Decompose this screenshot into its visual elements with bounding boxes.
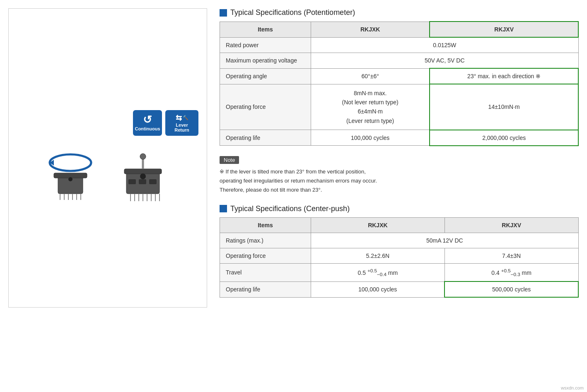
value-angle-rkjxv: 23° max. in each direction ※ [430, 68, 578, 84]
value-angle-rkjxk: 60°±6° [311, 68, 430, 84]
value-travel-rkjxk: 0.5 +0.5−0.4 mm [311, 263, 445, 281]
value-life-rkjxv-cp: 500,000 cycles [444, 281, 578, 297]
value-force-rkjxv-cp: 7.4±3N [444, 248, 578, 263]
table-row: Operating life 100,000 cycles 2,000,000 … [220, 130, 579, 146]
table-row: Operating force 8mN·m max. (Not lever re… [220, 84, 579, 130]
product-image-secondary [116, 148, 174, 206]
note-section: Note ※ If the lever is tilted more than … [220, 156, 579, 195]
item-max-voltage: Maximum operating voltage [220, 53, 311, 69]
badge-lever-return: ⇆ 🔨 Lever Return [165, 110, 198, 136]
item-op-force-cp: Operating force [220, 248, 311, 263]
section-square-icon [220, 9, 227, 17]
table-row: Operating force 5.2±2.6N 7.4±3N [220, 248, 579, 263]
section-square-icon-2 [220, 205, 227, 212]
svg-point-14 [140, 154, 146, 159]
item-rated-power: Rated power [220, 37, 311, 53]
value-max-voltage: 50V AC, 5V DC [311, 53, 579, 69]
col-header-rkjxv: RKJXV [430, 22, 578, 37]
value-rated-power: 0.0125W [311, 37, 579, 53]
col-header-rkjxk: RKJXK [311, 22, 430, 37]
potentiometer-table: Items RKJXK RKJXV Rated power 0.0125W Ma… [220, 21, 579, 146]
value-life-rkjxk-cp: 100,000 cycles [311, 281, 445, 297]
value-ratings: 50mA 12V DC [311, 233, 579, 248]
table-row: Rated power 0.0125W [220, 37, 579, 53]
item-operating-life-pot: Operating life [220, 130, 311, 146]
badge-continuous: ↺ Continuous [133, 110, 162, 136]
product-image-main [41, 148, 108, 206]
value-force-rkjxk-cp: 5.2±2.6N [311, 248, 445, 263]
value-force-rkjxv: 14±10mN·m [430, 84, 578, 130]
item-ratings: Ratings (max.) [220, 233, 311, 248]
table-row: Operating life 100,000 cycles 500,000 cy… [220, 281, 579, 297]
table-row: Maximum operating voltage 50V AC, 5V DC [220, 53, 579, 69]
table-row: Operating angle 60°±6° 23° max. in each … [220, 68, 579, 84]
badge-lever-label: Lever Return [169, 123, 194, 132]
note-text: ※ If the lever is tilted more than 23° f… [220, 167, 579, 195]
potentiometer-section-title: Typical Specifications (Potentiometer) [220, 8, 579, 17]
col-header-rkjxk-cp: RKJXK [311, 217, 445, 233]
svg-point-15 [140, 173, 146, 179]
svg-rect-18 [149, 179, 157, 184]
center-push-table: Items RKJXK RKJXV Ratings (max.) 50mA 12… [220, 217, 579, 298]
center-push-title-text: Typical Specifications (Center-push) [230, 204, 350, 213]
svg-rect-16 [128, 179, 136, 184]
item-operating-life-cp: Operating life [220, 281, 311, 297]
col-header-items-cp: Items [220, 217, 311, 233]
svg-rect-17 [139, 179, 146, 184]
badge-continuous-label: Continuous [135, 126, 160, 131]
item-operating-angle: Operating angle [220, 68, 311, 84]
value-life-rkjxv-pot: 2,000,000 cycles [430, 130, 578, 146]
right-panel: Typical Specifications (Potentiometer) I… [220, 8, 579, 308]
svg-point-0 [50, 154, 91, 171]
value-life-rkjxk-pot: 100,000 cycles [311, 130, 430, 146]
note-label: Note [220, 156, 239, 164]
col-header-items: Items [220, 22, 311, 37]
product-panel: ↺ Continuous ⇆ 🔨 Lever Return [8, 8, 207, 308]
table-row: Travel 0.5 +0.5−0.4 mm 0.4 +0.5−0.3 mm [220, 263, 579, 281]
value-force-rkjxk: 8mN·m max. (Not lever return type) 6±4mN… [311, 84, 430, 130]
table-row: Ratings (max.) 50mA 12V DC [220, 233, 579, 248]
value-travel-rkjxv: 0.4 +0.5−0.3 mm [444, 263, 578, 281]
product-images [17, 148, 198, 206]
col-header-rkjxv-cp: RKJXV [444, 217, 578, 233]
potentiometer-title-text: Typical Specifications (Potentiometer) [230, 8, 355, 17]
item-travel: Travel [220, 263, 311, 281]
svg-point-10 [68, 177, 72, 181]
item-operating-force: Operating force [220, 84, 311, 130]
center-push-section-title: Typical Specifications (Center-push) [220, 204, 579, 213]
svg-rect-12 [124, 169, 162, 174]
